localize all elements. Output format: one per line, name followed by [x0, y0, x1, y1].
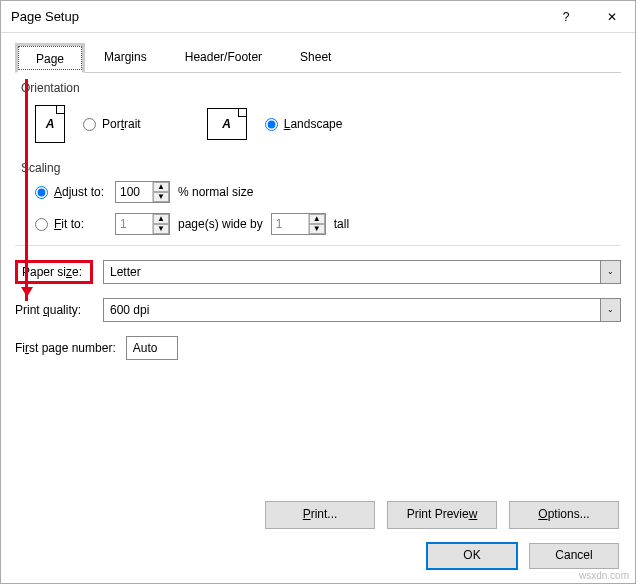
close-button[interactable]: ✕	[589, 1, 635, 33]
chevron-down-icon[interactable]: ▼	[309, 224, 325, 234]
help-icon: ?	[563, 10, 570, 24]
chevron-up-icon[interactable]: ▲	[153, 182, 169, 192]
fit-tall-input[interactable]	[272, 214, 308, 234]
portrait-page-icon: A	[35, 105, 65, 143]
page-setup-dialog: Page Setup ? ✕ Page Margins Header/Foote…	[0, 0, 636, 584]
fit-wide-spinner[interactable]: ▲▼	[115, 213, 170, 235]
first-page-input[interactable]	[126, 336, 178, 360]
print-quality-row: Print quality: 600 dpi ⌄	[15, 298, 621, 322]
chevron-up-icon[interactable]: ▲	[153, 214, 169, 224]
print-quality-value: 600 dpi	[110, 303, 149, 317]
orientation-group-label: Orientation	[21, 81, 621, 95]
print-button[interactable]: Print...	[265, 501, 375, 529]
print-preview-button[interactable]: Print Preview	[387, 501, 497, 529]
radio-portrait[interactable]: Portrait	[83, 117, 141, 131]
adjust-suffix: % normal size	[178, 185, 253, 199]
chevron-down-icon[interactable]: ▼	[153, 224, 169, 234]
action-row: Print... Print Preview Options...	[265, 501, 619, 529]
print-quality-label: Print quality:	[15, 303, 93, 317]
close-icon: ✕	[607, 10, 617, 24]
options-button[interactable]: Options...	[509, 501, 619, 529]
cancel-label: Cancel	[555, 548, 592, 562]
fit-wide-suffix: page(s) wide by	[178, 217, 263, 231]
adjust-input[interactable]	[116, 182, 152, 202]
scaling-fit-row: Fit to: ▲▼ page(s) wide by ▲▼ tall	[35, 213, 621, 235]
radio-fit[interactable]: Fit to:	[35, 217, 107, 231]
paper-size-row: Paper size: Letter ⌄	[15, 260, 621, 284]
radio-landscape-label: Landscape	[284, 117, 343, 131]
scaling-group: Adjust to: ▲▼ % normal size Fit to: ▲▼ p…	[15, 181, 621, 235]
chevron-down-icon[interactable]: ⌄	[600, 261, 620, 283]
first-page-row: First page number:	[15, 336, 621, 360]
tab-page-label: Page	[36, 52, 64, 66]
tab-sheet[interactable]: Sheet	[281, 43, 350, 73]
radio-adjust[interactable]: Adjust to:	[35, 185, 107, 199]
print-quality-select[interactable]: 600 dpi ⌄	[103, 298, 621, 322]
radio-portrait-label: Portrait	[102, 117, 141, 131]
footer-row: OK Cancel	[427, 543, 619, 569]
divider	[15, 245, 621, 246]
radio-landscape-input[interactable]	[265, 118, 278, 131]
paper-size-select[interactable]: Letter ⌄	[103, 260, 621, 284]
first-page-label: First page number:	[15, 341, 116, 355]
radio-adjust-input[interactable]	[35, 186, 48, 199]
dialog-body: Page Margins Header/Footer Sheet Orienta…	[1, 33, 635, 360]
tab-bar: Page Margins Header/Footer Sheet	[15, 43, 621, 73]
tab-margins[interactable]: Margins	[85, 43, 166, 73]
radio-landscape[interactable]: Landscape	[265, 117, 343, 131]
paper-size-value: Letter	[110, 265, 141, 279]
ok-button[interactable]: OK	[427, 543, 517, 569]
fit-tall-suffix: tall	[334, 217, 349, 231]
tab-header-footer[interactable]: Header/Footer	[166, 43, 281, 73]
titlebar: Page Setup ? ✕	[1, 1, 635, 33]
scaling-group-label: Scaling	[21, 161, 621, 175]
tab-header-footer-label: Header/Footer	[185, 50, 262, 64]
radio-portrait-input[interactable]	[83, 118, 96, 131]
radio-adjust-label: Adjust to:	[54, 185, 104, 199]
cancel-button[interactable]: Cancel	[529, 543, 619, 569]
chevron-up-icon[interactable]: ▲	[309, 214, 325, 224]
watermark: wsxdn.com	[579, 570, 629, 581]
adjust-spinner[interactable]: ▲▼	[115, 181, 170, 203]
landscape-page-icon: A	[207, 108, 247, 140]
fit-tall-spinner[interactable]: ▲▼	[271, 213, 326, 235]
help-button[interactable]: ?	[543, 1, 589, 33]
tab-page[interactable]: Page	[15, 43, 85, 73]
fit-tall-spin-buttons[interactable]: ▲▼	[308, 214, 325, 234]
adjust-spin-buttons[interactable]: ▲▼	[152, 182, 169, 202]
tab-margins-label: Margins	[104, 50, 147, 64]
dialog-title: Page Setup	[11, 9, 543, 24]
radio-fit-input[interactable]	[35, 218, 48, 231]
chevron-down-icon[interactable]: ⌄	[600, 299, 620, 321]
tab-sheet-label: Sheet	[300, 50, 331, 64]
annotation-arrow-icon	[25, 79, 28, 301]
fit-wide-input[interactable]	[116, 214, 152, 234]
orientation-row: A Portrait A Landscape	[15, 101, 621, 153]
ok-label: OK	[463, 548, 480, 562]
fit-wide-spin-buttons[interactable]: ▲▼	[152, 214, 169, 234]
scaling-adjust-row: Adjust to: ▲▼ % normal size	[35, 181, 621, 203]
chevron-down-icon[interactable]: ▼	[153, 192, 169, 202]
radio-fit-label: Fit to:	[54, 217, 84, 231]
